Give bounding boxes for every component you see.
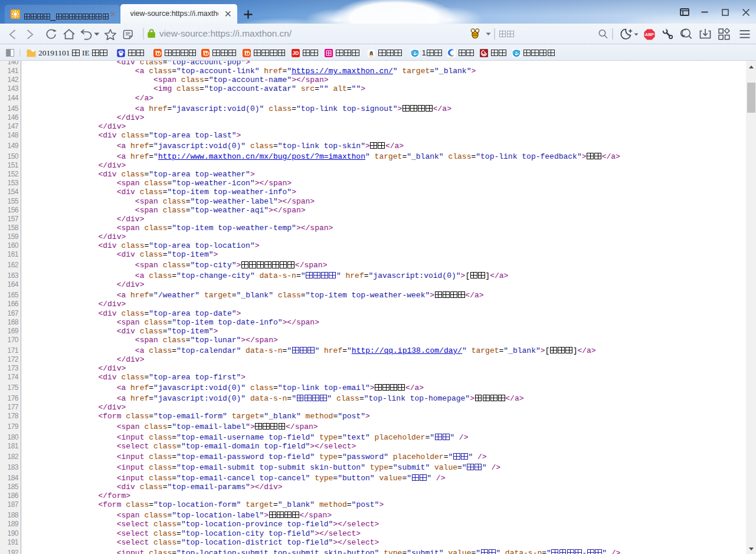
svg-text:a: a	[369, 49, 373, 55]
svg-text:JD: JD	[292, 50, 299, 56]
svg-text:ABP: ABP	[645, 32, 654, 37]
